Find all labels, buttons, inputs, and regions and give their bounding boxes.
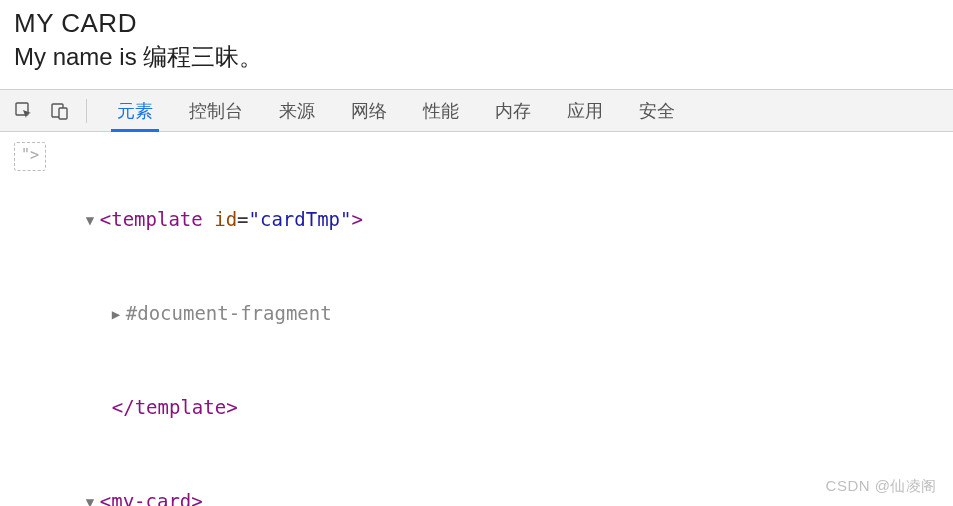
- cls-badge[interactable]: ">: [14, 142, 46, 171]
- svg-rect-2: [59, 108, 67, 119]
- tab-security[interactable]: 安全: [621, 90, 693, 132]
- tab-network[interactable]: 网络: [333, 90, 405, 132]
- tab-elements[interactable]: 元素: [99, 90, 171, 132]
- dom-node-template-close[interactable]: </template>: [10, 361, 943, 455]
- toolbar-separator: [86, 99, 87, 123]
- page-subtitle: My name is 编程三昧。: [14, 41, 939, 73]
- page-title: MY CARD: [14, 8, 939, 39]
- tab-application[interactable]: 应用: [549, 90, 621, 132]
- inspect-icon[interactable]: [10, 97, 38, 125]
- dom-node-template-open[interactable]: ▼<template id="cardTmp">: [10, 173, 943, 267]
- caret-right-icon[interactable]: ▶: [112, 303, 126, 326]
- dom-node-mycard-open[interactable]: ▼<my-card>: [10, 455, 943, 506]
- caret-down-icon[interactable]: ▼: [86, 491, 100, 506]
- tab-sources[interactable]: 来源: [261, 90, 333, 132]
- page-render-area: MY CARD My name is 编程三昧。: [0, 0, 953, 90]
- tab-memory[interactable]: 内存: [477, 90, 549, 132]
- devtools-toolbar: 元素 控制台 来源 网络 性能 内存 应用 安全: [0, 90, 953, 132]
- watermark: CSDN @仙凌阁: [826, 477, 937, 496]
- tab-performance[interactable]: 性能: [405, 90, 477, 132]
- tab-console[interactable]: 控制台: [171, 90, 261, 132]
- dom-node-document-fragment[interactable]: ▶#document-fragment: [10, 267, 943, 361]
- dom-tree-panel[interactable]: "> ▼<template id="cardTmp"> ▶#document-f…: [0, 132, 953, 506]
- device-toggle-icon[interactable]: [46, 97, 74, 125]
- caret-down-icon[interactable]: ▼: [86, 209, 100, 232]
